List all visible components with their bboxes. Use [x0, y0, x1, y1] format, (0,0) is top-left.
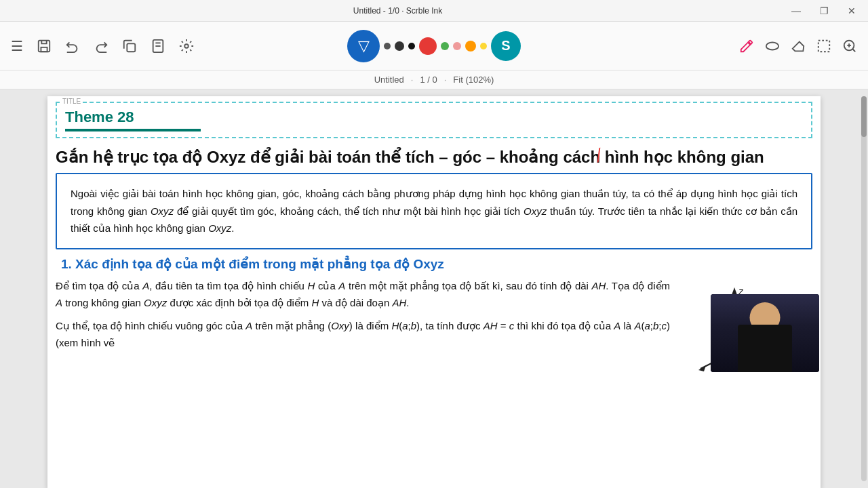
blue-pen-button[interactable]: ▽	[347, 30, 380, 62]
diagram-area: z O c b	[677, 277, 812, 372]
zoom-button[interactable]	[840, 36, 860, 56]
doc-name: Untitled	[374, 75, 404, 85]
window-title: Untitled - 1/0 · Scrble Ink	[8, 6, 787, 16]
ellipse-tool-button[interactable]	[762, 36, 783, 56]
content-box: Ngoài việc giải bài toán hình học không …	[56, 173, 812, 249]
green-color-dot[interactable]	[441, 42, 449, 50]
page-button[interactable]	[148, 36, 168, 56]
red-color-dot[interactable]	[419, 37, 437, 55]
minimize-button[interactable]: —	[787, 4, 805, 18]
scrollbar-thumb[interactable]	[861, 96, 867, 137]
svg-rect-2	[127, 43, 135, 52]
title-bar: Untitled - 1/0 · Scrble Ink — ❐ ✕	[0, 0, 868, 22]
theme-heading: Theme 28	[65, 108, 803, 126]
eraser-tool-button[interactable]	[788, 36, 808, 56]
orange-color-dot[interactable]	[465, 41, 476, 52]
toolbar: ☰	[0, 22, 868, 70]
restore-button[interactable]: ❐	[816, 4, 833, 18]
pen-tool-button[interactable]	[736, 36, 757, 56]
title-block: TITLE Theme 28	[56, 102, 812, 138]
title-label: TITLE	[61, 98, 82, 105]
person-body	[738, 325, 792, 372]
section-text: Để tìm tọa độ của A, đầu tiên ta tìm tọa…	[56, 277, 670, 372]
zoom-level: Fit (102%)	[453, 75, 494, 85]
redo-button[interactable]	[91, 36, 111, 56]
dot-size-1[interactable]	[384, 43, 391, 49]
scrollbar[interactable]	[861, 96, 867, 481]
section-content: Để tìm tọa độ của A, đầu tiên ta tìm tọa…	[56, 277, 812, 372]
svg-point-7	[766, 42, 778, 49]
undo-button[interactable]	[62, 36, 83, 56]
status-bar: Untitled · 1 / 0 · Fit (102%)	[0, 70, 868, 89]
close-button[interactable]: ✕	[844, 4, 860, 18]
selection-tool-button[interactable]	[814, 36, 834, 56]
svg-rect-0	[39, 40, 50, 52]
dot-size-2[interactable]	[395, 41, 404, 51]
menu-button[interactable]: ☰	[8, 35, 26, 57]
svg-marker-18	[698, 365, 706, 371]
svg-point-6	[184, 44, 189, 48]
webcam-person	[711, 294, 819, 372]
yellow-color-dot[interactable]	[480, 43, 487, 49]
copy-button[interactable]	[119, 36, 140, 56]
document-page: TITLE Theme 28 Gắn hệ trục tọa độ Oxyz đ…	[47, 96, 821, 488]
svg-rect-8	[818, 40, 830, 52]
window-controls: — ❐ ✕	[787, 4, 860, 18]
teal-pen-button[interactable]: S	[491, 31, 521, 61]
toolbar-right-group	[736, 36, 860, 56]
page-info: 1 / 0	[420, 75, 437, 85]
canvas-area: TITLE Theme 28 Gắn hệ trục tọa độ Oxyz đ…	[0, 89, 868, 488]
toolbar-left-group: ☰	[8, 35, 197, 57]
dot-size-3[interactable]	[408, 43, 415, 49]
main-title: Gắn hệ trục tọa độ Oxyz để giải bài toán…	[56, 146, 812, 167]
pink-color-dot[interactable]	[453, 42, 461, 50]
theme-underline	[65, 129, 201, 131]
section-heading: 1. Xác định tọa độ của một điểm trong mặ…	[61, 256, 807, 272]
webcam-overlay	[711, 294, 819, 372]
save-button[interactable]	[34, 36, 54, 56]
toolbar-center-group: ▽ S	[347, 30, 521, 62]
intro-paragraph: Ngoài việc giải bài toán hình học không …	[71, 185, 797, 237]
svg-rect-1	[41, 47, 47, 51]
settings-button[interactable]	[176, 36, 197, 56]
